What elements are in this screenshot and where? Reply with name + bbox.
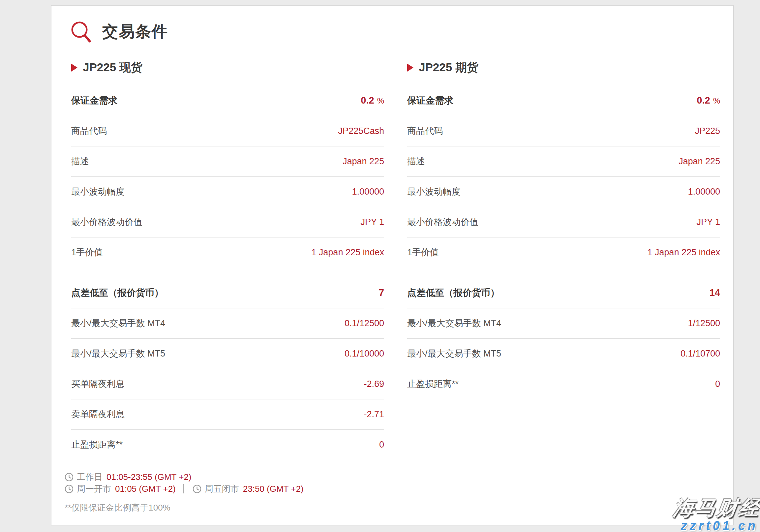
row-label: 商品代码	[71, 127, 107, 135]
section-header-jp225-futures: JP225 期货	[407, 60, 720, 75]
row-value: JP225Cash	[338, 127, 384, 135]
section-header-jp225-cash: JP225 现货	[71, 60, 384, 75]
table-row: 商品代码JP225Cash	[71, 116, 384, 146]
row-value: JPY 1	[360, 218, 384, 226]
row-label: 止盈损距离**	[407, 380, 459, 389]
row-value: 14	[710, 288, 720, 298]
workday-time: 01:05-23:55 (GMT +2)	[107, 472, 192, 482]
row-label: 点差低至（报价货币）	[71, 288, 164, 298]
margin-footnote: **仅限保证金比例高于100%	[65, 503, 720, 512]
table-row: 买单隔夜利息-2.69	[71, 369, 384, 399]
row-label: 最小/最大交易手数 MT5	[407, 349, 501, 358]
row-label: 最小价格波动价值	[407, 218, 478, 226]
monday-open-label: 周一开市	[77, 483, 111, 495]
row-value: 7	[379, 288, 384, 298]
friday-close-time: 23:50 (GMT +2)	[243, 484, 304, 494]
row-label: 最小/最大交易手数 MT4	[407, 319, 501, 328]
table-row: 止盈损距离**0	[71, 430, 384, 460]
table-row: 描述Japan 225	[71, 146, 384, 177]
row-value: 0.2%	[361, 96, 384, 105]
conditions-table: 点差低至（报价货币）7最小/最大交易手数 MT40.1/12500最小/最大交易…	[71, 277, 384, 460]
triangle-bullet-icon	[407, 64, 413, 72]
row-value: -2.69	[364, 380, 384, 389]
section-header-label: JP225 现货	[83, 60, 142, 75]
monday-open-time: 01:05 (GMT +2)	[115, 484, 176, 494]
row-label: 描述	[71, 157, 89, 166]
table-row: 卖单隔夜利息-2.71	[71, 399, 384, 430]
column-jp225-cash: JP225 现货 保证金需求0.2%商品代码JP225Cash描述Japan 2…	[65, 60, 384, 460]
row-value: JP225	[695, 127, 720, 135]
row-label: 卖单隔夜利息	[71, 410, 125, 419]
table-row: 1手价值1 Japan 225 index	[407, 237, 720, 267]
clock-icon	[65, 473, 73, 482]
row-value: 0.1/12500	[345, 319, 384, 328]
open-close-line: 周一开市 01:05 (GMT +2) 周五闭市 23:50 (GMT +2)	[65, 483, 720, 495]
section-header-label: JP225 期货	[419, 60, 478, 75]
table-row: 最小/最大交易手数 MT50.1/10000	[71, 339, 384, 369]
row-label: 最小价格波动价值	[71, 218, 142, 226]
row-value: 1.00000	[688, 187, 720, 196]
row-label: 保证金需求	[71, 96, 118, 105]
row-label: 止盈损距离**	[71, 440, 123, 449]
row-label: 1手价值	[71, 248, 103, 257]
table-row: 最小价格波动价值JPY 1	[71, 207, 384, 237]
row-value: 0.1/10000	[345, 349, 384, 358]
row-value: 1.00000	[352, 187, 384, 196]
watermark: 海马财经 zzrt01.cn	[672, 498, 759, 532]
table-row: 保证金需求0.2%	[407, 85, 720, 116]
watermark-site: zzrt01.cn	[672, 519, 759, 532]
row-label: 买单隔夜利息	[71, 380, 125, 389]
workday-label: 工作日	[77, 471, 103, 483]
table-row: 止盈损距离**0	[407, 369, 720, 399]
watermark-brand: 海马财经	[672, 498, 760, 518]
friday-close-label: 周五闭市	[205, 483, 239, 495]
row-label: 点差低至（报价货币）	[407, 288, 499, 298]
row-value: 1 Japan 225 index	[647, 248, 720, 257]
table-row: 点差低至（报价货币）14	[407, 277, 720, 309]
row-value: 1/12500	[688, 319, 720, 328]
vertical-divider	[183, 484, 184, 493]
table-row: 描述Japan 225	[407, 146, 720, 177]
row-label: 最小/最大交易手数 MT5	[71, 349, 165, 358]
row-label: 最小波动幅度	[71, 187, 125, 196]
row-value: Japan 225	[679, 157, 720, 166]
row-label: 最小/最大交易手数 MT4	[71, 319, 165, 328]
column-jp225-futures: JP225 期货 保证金需求0.2%商品代码JP225描述Japan 225最小…	[401, 60, 720, 399]
clock-icon	[193, 485, 202, 493]
trading-conditions-card: 交易条件 JP225 现货 保证金需求0.2%商品代码JP225Cash描述Ja…	[51, 5, 734, 525]
table-row: 最小/最大交易手数 MT50.1/10700	[407, 339, 720, 369]
table-row: 最小/最大交易手数 MT40.1/12500	[71, 309, 384, 339]
conditions-table: 点差低至（报价货币）14最小/最大交易手数 MT41/12500最小/最大交易手…	[407, 277, 720, 399]
trading-hours-footer: 工作日 01:05-23:55 (GMT +2) 周一开市 01:05 (GMT…	[65, 471, 720, 512]
table-row: 保证金需求0.2%	[71, 85, 384, 116]
table-row: 商品代码JP225	[407, 116, 720, 146]
table-row: 点差低至（报价货币）7	[71, 277, 384, 309]
row-label: 描述	[407, 157, 425, 166]
row-label: 保证金需求	[407, 96, 453, 105]
page-header: 交易条件	[65, 20, 720, 43]
conditions-columns: JP225 现货 保证金需求0.2%商品代码JP225Cash描述Japan 2…	[65, 60, 720, 460]
row-value: 1 Japan 225 index	[311, 248, 384, 257]
table-row: 1手价值1 Japan 225 index	[71, 237, 384, 267]
conditions-table: 保证金需求0.2%商品代码JP225Cash描述Japan 225最小波动幅度1…	[71, 85, 384, 267]
row-value: 0.1/10700	[681, 349, 720, 358]
row-value: 0	[715, 380, 720, 389]
workday-hours-line: 工作日 01:05-23:55 (GMT +2)	[65, 471, 720, 483]
table-row: 最小波动幅度1.00000	[407, 177, 720, 207]
triangle-bullet-icon	[71, 64, 77, 72]
row-label: 1手价值	[407, 248, 439, 257]
row-label: 最小波动幅度	[407, 187, 461, 196]
row-value: 0.2%	[697, 96, 720, 105]
clock-icon	[65, 485, 73, 493]
row-value: JPY 1	[696, 218, 720, 226]
row-label: 商品代码	[407, 127, 443, 135]
conditions-table: 保证金需求0.2%商品代码JP225描述Japan 225最小波动幅度1.000…	[407, 85, 720, 267]
row-value: 0	[379, 440, 384, 449]
table-row: 最小波动幅度1.00000	[71, 177, 384, 207]
table-row: 最小/最大交易手数 MT41/12500	[407, 309, 720, 339]
row-value: -2.71	[364, 410, 384, 419]
magnifier-icon	[71, 21, 92, 43]
table-row: 最小价格波动价值JPY 1	[407, 207, 720, 237]
row-value-suffix: %	[377, 96, 384, 105]
row-value: Japan 225	[343, 157, 384, 166]
